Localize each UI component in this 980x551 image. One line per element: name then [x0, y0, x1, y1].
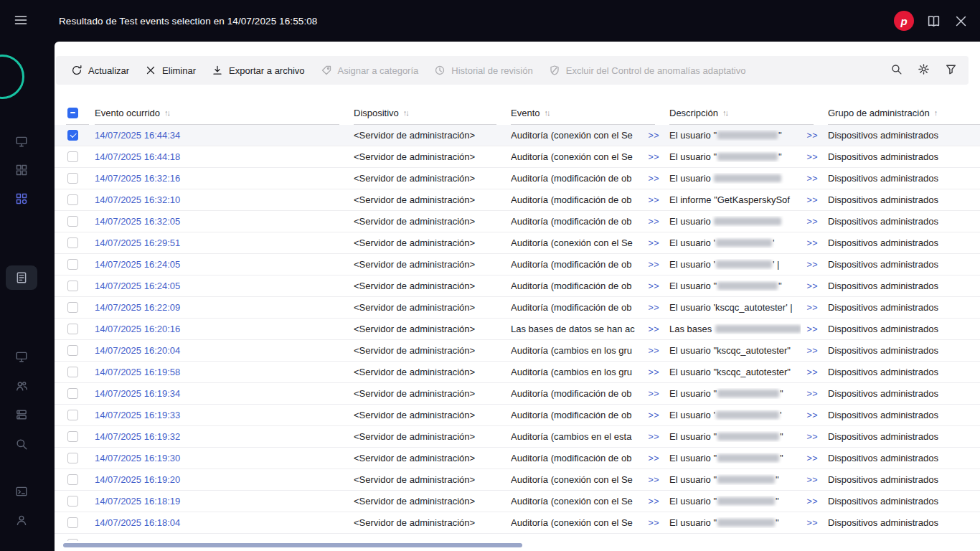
sidebar-item-repositories[interactable] — [15, 408, 28, 421]
sort-icon[interactable]: ↑↓ — [164, 108, 169, 117]
event-time-link[interactable]: 14/07/2025 16:24:05 — [95, 281, 180, 291]
expand-description-link[interactable]: >> — [806, 346, 818, 356]
expand-description-link[interactable]: >> — [806, 432, 818, 442]
expand-event-link[interactable]: >> — [648, 475, 659, 485]
table-row[interactable]: 14/07/2025 16:44:18<Servidor de administ… — [55, 146, 980, 168]
expand-event-link[interactable]: >> — [648, 496, 659, 507]
expand-description-link[interactable]: >> — [806, 152, 818, 162]
expand-event-link[interactable]: >> — [648, 453, 659, 463]
column-header-1[interactable]: Evento ocurrido↑↓ — [95, 100, 354, 125]
menu-icon[interactable] — [13, 13, 29, 29]
expand-description-link[interactable]: >> — [806, 496, 818, 507]
sidebar-item-devices[interactable] — [15, 192, 28, 205]
expand-event-link[interactable]: >> — [648, 540, 659, 542]
expand-event-link[interactable]: >> — [648, 260, 659, 270]
select-all-checkbox[interactable] — [67, 108, 78, 118]
row-checkbox[interactable] — [67, 216, 78, 227]
expand-event-link[interactable]: >> — [648, 303, 659, 313]
table-row[interactable]: 14/07/2025 16:18:04<Servidor de administ… — [55, 512, 980, 534]
expand-event-link[interactable]: >> — [648, 152, 659, 162]
column-header-4[interactable]: Descripción↑↓ — [669, 100, 828, 125]
table-row[interactable]: 14/07/2025 16:24:05<Servidor de administ… — [55, 254, 980, 276]
sidebar-item-account[interactable] — [15, 514, 28, 527]
expand-description-link[interactable]: >> — [806, 540, 818, 542]
expand-event-link[interactable]: >> — [648, 195, 659, 205]
expand-description-link[interactable]: >> — [806, 475, 818, 485]
event-time-link[interactable]: 14/07/2025 16:29:51 — [95, 237, 180, 248]
event-time-link[interactable]: 14/07/2025 16:20:16 — [95, 324, 180, 334]
table-row[interactable]: 14/07/2025 16:19:20<Servidor de administ… — [55, 469, 980, 491]
horizontal-scrollbar[interactable] — [63, 543, 522, 547]
export-to-file-button[interactable]: Exportar a archivo — [204, 56, 313, 85]
settings-button[interactable] — [913, 60, 934, 81]
expand-event-link[interactable]: >> — [648, 432, 659, 442]
sidebar-item-device-management[interactable] — [15, 350, 28, 363]
expand-description-link[interactable]: >> — [806, 174, 818, 184]
expand-description-link[interactable]: >> — [806, 389, 818, 399]
sidebar-item-users[interactable] — [15, 380, 28, 392]
event-time-link[interactable]: 14/07/2025 16:19:30 — [95, 453, 180, 463]
expand-description-link[interactable]: >> — [806, 324, 818, 334]
expand-description-link[interactable]: >> — [806, 410, 818, 420]
column-header-2[interactable]: Dispositivo↑↓ — [354, 100, 511, 125]
expand-event-link[interactable]: >> — [648, 324, 659, 334]
close-icon[interactable] — [953, 13, 969, 29]
row-checkbox[interactable] — [67, 539, 78, 541]
table-row[interactable]: 14/07/2025 16:24:05<Servidor de administ… — [55, 276, 980, 297]
sidebar-item-modules[interactable] — [15, 164, 28, 176]
event-time-link[interactable]: 14/07/2025 16:22:09 — [95, 302, 180, 313]
product-badge[interactable]: p — [894, 11, 914, 31]
row-checkbox[interactable] — [67, 517, 78, 528]
table-row[interactable]: 14/07/2025 16:32:05<Servidor de administ… — [55, 211, 980, 232]
row-checkbox[interactable] — [67, 345, 78, 356]
help-book-icon[interactable] — [925, 13, 941, 29]
column-header-3[interactable]: Evento↑↓ — [511, 100, 669, 125]
expand-description-link[interactable]: >> — [806, 238, 818, 248]
row-checkbox[interactable] — [67, 431, 78, 442]
expand-description-link[interactable]: >> — [806, 453, 818, 463]
sidebar-item-monitoring[interactable] — [15, 135, 28, 148]
table-row[interactable]: 14/07/2025 16:09:13<Servidor de administ… — [55, 534, 980, 541]
row-checkbox[interactable] — [67, 453, 78, 463]
event-time-link[interactable]: 14/07/2025 16:19:20 — [95, 474, 180, 485]
filter-button[interactable] — [940, 60, 961, 81]
event-time-link[interactable]: 14/07/2025 16:44:18 — [95, 151, 180, 162]
event-time-link[interactable]: 14/07/2025 16:32:10 — [95, 194, 180, 205]
sort-icon[interactable]: ↑↓ — [544, 108, 549, 117]
expand-event-link[interactable]: >> — [648, 410, 659, 420]
event-time-link[interactable]: 14/07/2025 16:09:13 — [95, 539, 180, 541]
delete-button[interactable]: Eliminar — [137, 56, 204, 85]
expand-event-link[interactable]: >> — [648, 174, 659, 184]
expand-description-link[interactable]: >> — [806, 518, 818, 528]
table-row[interactable]: 14/07/2025 16:20:04<Servidor de administ… — [55, 340, 980, 362]
row-checkbox[interactable] — [67, 173, 78, 184]
event-time-link[interactable]: 14/07/2025 16:24:05 — [95, 259, 180, 270]
sort-icon[interactable]: ↑↓ — [722, 108, 727, 117]
table-row[interactable]: 14/07/2025 16:20:16<Servidor de administ… — [55, 319, 980, 340]
sort-icon[interactable]: ↑ — [934, 108, 937, 117]
expand-description-link[interactable]: >> — [806, 195, 818, 205]
expand-event-link[interactable]: >> — [648, 281, 659, 291]
sort-icon[interactable]: ↑↓ — [403, 108, 408, 117]
table-row[interactable]: 14/07/2025 16:19:32<Servidor de administ… — [55, 426, 980, 448]
table-row[interactable]: 14/07/2025 16:22:09<Servidor de administ… — [55, 297, 980, 319]
event-time-link[interactable]: 14/07/2025 16:20:04 — [95, 345, 180, 356]
event-time-link[interactable]: 14/07/2025 16:44:34 — [95, 130, 180, 141]
row-checkbox[interactable] — [67, 151, 78, 162]
refresh-button[interactable]: Actualizar — [63, 56, 137, 85]
row-checkbox[interactable] — [67, 194, 78, 205]
row-checkbox[interactable] — [67, 410, 78, 420]
event-time-link[interactable]: 14/07/2025 16:19:32 — [95, 431, 180, 442]
table-row[interactable]: 14/07/2025 16:32:10<Servidor de administ… — [55, 189, 980, 211]
event-time-link[interactable]: 14/07/2025 16:32:05 — [95, 216, 180, 227]
expand-description-link[interactable]: >> — [806, 260, 818, 270]
expand-description-link[interactable]: >> — [806, 367, 818, 377]
event-time-link[interactable]: 14/07/2025 16:18:04 — [95, 517, 180, 528]
sidebar-item-console[interactable] — [15, 485, 28, 498]
table-row[interactable]: 14/07/2025 16:19:30<Servidor de administ… — [55, 448, 980, 469]
expand-description-link[interactable]: >> — [806, 131, 818, 141]
row-checkbox[interactable] — [67, 237, 78, 248]
expand-event-link[interactable]: >> — [648, 389, 659, 399]
table-row[interactable]: 14/07/2025 16:19:34<Servidor de administ… — [55, 383, 980, 405]
column-header-5[interactable]: Grupo de administración↑ — [828, 100, 980, 125]
